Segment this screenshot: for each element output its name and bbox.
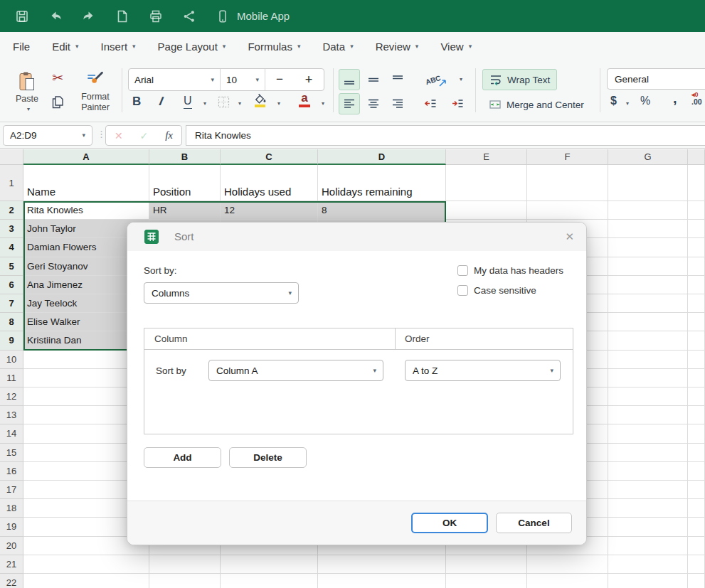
- cell-partial[interactable]: [688, 499, 705, 518]
- cell-G2[interactable]: [608, 201, 688, 220]
- currency-style-button[interactable]: $: [610, 95, 617, 107]
- cell-G7[interactable]: [608, 294, 688, 313]
- row-header-19[interactable]: 19: [0, 518, 23, 536]
- cell-partial[interactable]: [688, 444, 705, 462]
- increase-indent-button[interactable]: [447, 93, 468, 114]
- fill-color-button[interactable]: [253, 93, 267, 107]
- cell-G9[interactable]: [608, 331, 688, 350]
- cell-A1[interactable]: Name: [23, 165, 149, 201]
- row-header-20[interactable]: 20: [0, 537, 23, 555]
- delete-button[interactable]: Delete: [229, 447, 307, 468]
- row-header-4[interactable]: 4: [0, 238, 23, 257]
- cell-D1[interactable]: Holidays remaining: [318, 165, 446, 201]
- row-header-8[interactable]: 8: [0, 313, 23, 331]
- increase-font-size-button[interactable]: +: [294, 69, 324, 90]
- cell-partial[interactable]: [688, 406, 705, 424]
- font-size-select[interactable]: 10▾: [221, 69, 265, 90]
- cancel-entry-icon[interactable]: ✕: [115, 130, 123, 141]
- column-header-C[interactable]: C: [221, 149, 318, 165]
- paste-button[interactable]: Paste ▾: [10, 66, 44, 117]
- column-header-G[interactable]: G: [608, 149, 688, 165]
- cell-G19[interactable]: [608, 518, 688, 536]
- cell-D22[interactable]: [318, 574, 446, 588]
- close-icon[interactable]: ✕: [565, 223, 574, 251]
- menu-formulas[interactable]: Formulas▾: [248, 41, 300, 53]
- undo-icon[interactable]: [48, 9, 63, 24]
- chevron-down-icon[interactable]: ▾: [322, 100, 324, 107]
- cell-E22[interactable]: [446, 574, 527, 588]
- menu-page-layout[interactable]: Page Layout▾: [158, 41, 226, 53]
- cell-F21[interactable]: [527, 555, 608, 574]
- align-left-button[interactable]: [339, 93, 360, 114]
- cell-G10[interactable]: [608, 351, 688, 369]
- cell-partial[interactable]: [688, 518, 705, 536]
- column-header-F[interactable]: F: [527, 149, 608, 165]
- italic-button[interactable]: I: [158, 95, 164, 109]
- cell-G13[interactable]: [608, 406, 688, 424]
- row-header-3[interactable]: 3: [0, 220, 23, 238]
- cell-partial[interactable]: [688, 537, 705, 555]
- text-orientation-button[interactable]: ABC: [420, 70, 452, 89]
- decrease-indent-button[interactable]: [420, 93, 441, 114]
- cell-G3[interactable]: [608, 220, 688, 238]
- cell-B1[interactable]: Position: [149, 165, 221, 201]
- align-right-button[interactable]: [387, 93, 408, 114]
- name-box[interactable]: A2:D9 ▾: [3, 125, 92, 146]
- row-header-5[interactable]: 5: [0, 257, 23, 276]
- my-data-has-headers-checkbox[interactable]: My data has headers: [457, 265, 563, 276]
- cell-partial[interactable]: [688, 220, 705, 238]
- add-button[interactable]: Add: [144, 447, 221, 468]
- row-header-7[interactable]: 7: [0, 294, 23, 313]
- cell-G8[interactable]: [608, 313, 688, 331]
- font-name-select[interactable]: Arial▾: [129, 69, 220, 90]
- cell-G1[interactable]: [608, 165, 688, 201]
- font-color-button[interactable]: a: [299, 92, 310, 107]
- align-middle-button[interactable]: [363, 69, 384, 90]
- row-header-10[interactable]: 10: [0, 351, 23, 369]
- confirm-entry-icon[interactable]: ✓: [140, 130, 149, 141]
- menu-review[interactable]: Review▾: [376, 41, 419, 53]
- row-header-13[interactable]: 13: [0, 406, 23, 424]
- cell-G11[interactable]: [608, 369, 688, 387]
- wrap-text-button[interactable]: Wrap Text: [482, 69, 557, 90]
- format-painter-button[interactable]: Format Painter: [73, 66, 117, 117]
- select-all-corner[interactable]: [0, 149, 23, 165]
- cell-partial[interactable]: [688, 238, 705, 257]
- cell-A2[interactable]: Rita Knowles: [23, 201, 149, 220]
- merge-and-center-button[interactable]: Merge and Center: [482, 94, 590, 115]
- cell-C21[interactable]: [221, 555, 318, 574]
- cell-F2[interactable]: [527, 201, 608, 220]
- sort-by-select[interactable]: Columns ▾: [144, 282, 299, 304]
- row-header-21[interactable]: 21: [0, 555, 23, 574]
- bold-button[interactable]: B: [132, 95, 141, 109]
- align-top-button[interactable]: [387, 69, 408, 90]
- column-header-D[interactable]: D: [318, 149, 446, 165]
- sort-order-select[interactable]: A to Z ▾: [405, 360, 561, 381]
- menu-edit[interactable]: Edit▾: [52, 41, 78, 53]
- comma-style-button[interactable]: ,: [673, 90, 677, 107]
- insert-function-icon[interactable]: fx: [165, 129, 173, 141]
- cell-B22[interactable]: [149, 574, 221, 588]
- cell-partial[interactable]: [688, 294, 705, 313]
- decrease-decimal-button[interactable]: ◂0 .00: [691, 92, 702, 106]
- cell-D2[interactable]: 8: [318, 201, 446, 220]
- chevron-down-icon[interactable]: ▾: [203, 100, 206, 107]
- cell-partial[interactable]: [688, 201, 705, 220]
- cell-partial[interactable]: [688, 165, 705, 201]
- cell-G12[interactable]: [608, 387, 688, 406]
- cell-G5[interactable]: [608, 257, 688, 276]
- cell-partial[interactable]: [688, 574, 705, 588]
- cell-C22[interactable]: [221, 574, 318, 588]
- number-format-select[interactable]: General: [607, 68, 705, 90]
- borders-button[interactable]: [218, 96, 230, 108]
- cell-A22[interactable]: [23, 574, 149, 588]
- percent-style-button[interactable]: %: [640, 95, 650, 107]
- row-header-1[interactable]: 1: [0, 165, 23, 201]
- cell-partial[interactable]: [688, 351, 705, 369]
- row-header-17[interactable]: 17: [0, 481, 23, 499]
- copy-button[interactable]: [47, 92, 68, 112]
- cell-G22[interactable]: [608, 574, 688, 588]
- cell-F22[interactable]: [527, 574, 608, 588]
- chevron-down-icon[interactable]: ▾: [626, 100, 629, 107]
- cell-F1[interactable]: [527, 165, 608, 201]
